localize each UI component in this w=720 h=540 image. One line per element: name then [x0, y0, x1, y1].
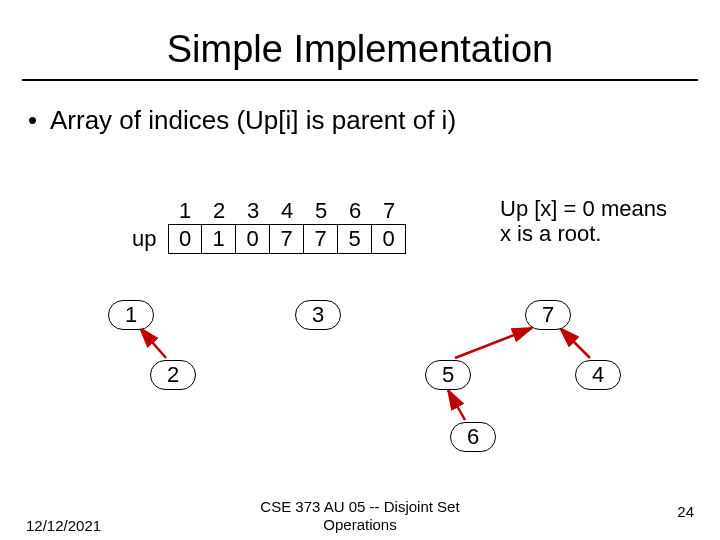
value-row: 0 1 0 7 7 5 0	[168, 224, 406, 254]
tree-node-4: 4	[575, 360, 621, 390]
index-cell: 6	[338, 198, 372, 224]
slide: Simple Implementation Array of indices (…	[0, 0, 720, 540]
index-cell: 5	[304, 198, 338, 224]
tree-node-2: 2	[150, 360, 196, 390]
up-array: up 1 2 3 4 5 6 7 0 1 0 7 7 5 0	[168, 198, 406, 254]
note-line: Up [x] = 0 means	[500, 196, 667, 221]
value-cell: 0	[236, 224, 270, 254]
value-cell: 7	[270, 224, 304, 254]
tree-edges	[0, 290, 720, 500]
tree-node-5: 5	[425, 360, 471, 390]
edge-4-7	[560, 328, 590, 358]
tree-diagram: 1 2 3 7 5 4 6	[0, 290, 720, 500]
index-cell: 1	[168, 198, 202, 224]
page-number: 24	[677, 503, 694, 520]
value-cell: 1	[202, 224, 236, 254]
root-note: Up [x] = 0 means x is a root.	[500, 196, 667, 247]
index-cell: 2	[202, 198, 236, 224]
bullet-text: Array of indices (Up[i] is parent of i)	[0, 81, 720, 136]
index-cell: 7	[372, 198, 406, 224]
array-label: up	[132, 226, 156, 252]
edge-2-1	[140, 328, 166, 358]
note-line: x is a root.	[500, 221, 601, 246]
index-cell: 4	[270, 198, 304, 224]
tree-node-1: 1	[108, 300, 154, 330]
tree-node-3: 3	[295, 300, 341, 330]
index-cell: 3	[236, 198, 270, 224]
index-row: 1 2 3 4 5 6 7	[168, 198, 406, 224]
footer-course: CSE 373 AU 05 -- Disjoint SetOperations	[0, 498, 720, 534]
tree-node-6: 6	[450, 422, 496, 452]
value-cell: 7	[304, 224, 338, 254]
value-cell: 0	[372, 224, 406, 254]
tree-node-7: 7	[525, 300, 571, 330]
value-cell: 5	[338, 224, 372, 254]
slide-title: Simple Implementation	[0, 0, 720, 71]
edge-6-5	[448, 390, 465, 420]
value-cell: 0	[168, 224, 202, 254]
edge-5-7	[455, 328, 532, 358]
